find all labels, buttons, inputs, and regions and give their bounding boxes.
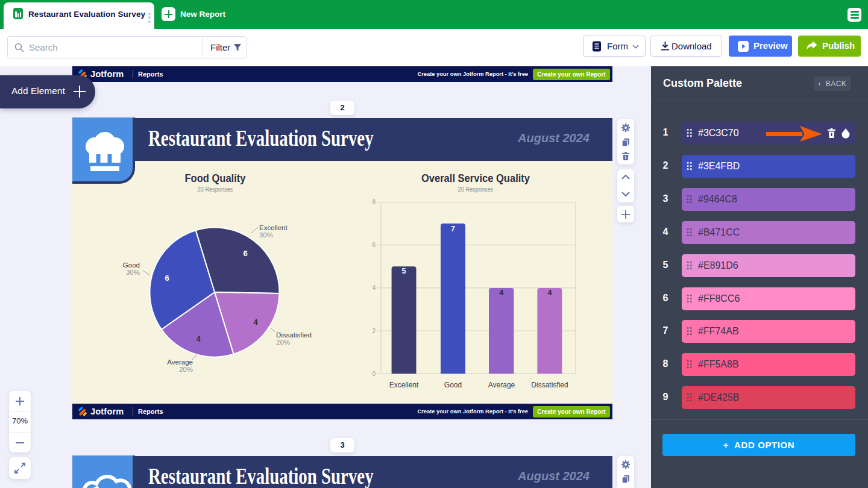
svg-text:Excellent: Excellent xyxy=(259,224,288,231)
svg-text:4: 4 xyxy=(253,318,258,327)
svg-text:Good: Good xyxy=(123,261,140,269)
svg-text:Average: Average xyxy=(488,381,515,389)
svg-text:5: 5 xyxy=(402,267,406,275)
svg-text:Good: Good xyxy=(444,381,462,389)
svg-text:30%: 30% xyxy=(126,269,140,276)
svg-text:6: 6 xyxy=(165,274,169,283)
svg-text:6: 6 xyxy=(372,242,376,248)
svg-text:4: 4 xyxy=(196,334,201,343)
svg-text:4: 4 xyxy=(547,289,552,297)
svg-text:Dissatisfied: Dissatisfied xyxy=(531,381,568,389)
svg-text:20%: 20% xyxy=(276,339,290,346)
svg-text:0: 0 xyxy=(372,371,376,377)
svg-text:20%: 20% xyxy=(179,366,193,373)
svg-text:2: 2 xyxy=(372,328,376,334)
svg-text:30%: 30% xyxy=(259,231,273,239)
svg-text:Dissatisfied: Dissatisfied xyxy=(276,331,312,339)
svg-text:6: 6 xyxy=(243,249,247,258)
svg-text:8: 8 xyxy=(372,199,376,205)
svg-text:4: 4 xyxy=(372,284,376,291)
svg-text:Average: Average xyxy=(167,358,193,366)
svg-text:7: 7 xyxy=(451,225,455,233)
svg-text:4: 4 xyxy=(499,289,503,297)
svg-text:Excellent: Excellent xyxy=(389,381,419,389)
